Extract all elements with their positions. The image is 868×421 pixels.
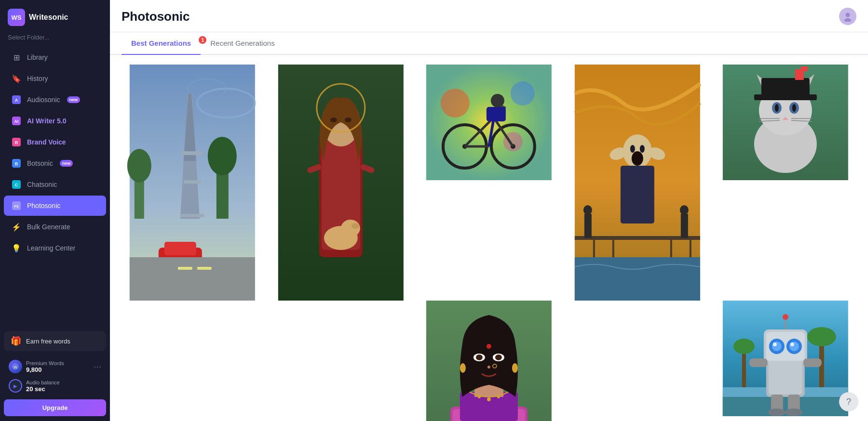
svg-rect-26: [184, 180, 201, 184]
sidebar-item-label: History: [27, 75, 48, 82]
new-badge: new: [60, 160, 73, 167]
svg-point-114: [512, 363, 518, 373]
svg-point-122: [733, 339, 755, 354]
svg-text:B: B: [15, 161, 18, 166]
gallery-item-woman[interactable]: [418, 301, 560, 421]
premium-words-info: W Premium Words 9,800 ⋯: [4, 356, 106, 377]
upgrade-button[interactable]: Upgrade: [4, 399, 106, 416]
sidebar-item-label: Brand Voice: [27, 138, 66, 146]
svg-point-131: [772, 342, 782, 351]
svg-rect-141: [749, 358, 768, 367]
sidebar-item-botsonic[interactable]: B Botsonic new: [4, 153, 106, 173]
photosonic-icon: PS: [12, 201, 21, 210]
svg-rect-142: [803, 358, 822, 367]
svg-point-115: [478, 395, 481, 398]
svg-point-68: [640, 145, 645, 153]
svg-rect-27: [180, 214, 204, 217]
svg-point-116: [487, 397, 491, 401]
svg-point-43: [351, 223, 359, 229]
gallery-item-jesus[interactable]: [270, 65, 412, 301]
top-bar: Photosonic: [110, 0, 868, 32]
sidebar-item-label: AI Writer 5.0: [27, 117, 66, 125]
svg-point-69: [632, 151, 643, 166]
svg-text:PS: PS: [14, 205, 19, 208]
top-right: [839, 8, 856, 32]
gallery-item-robot[interactable]: [715, 301, 856, 416]
tab-label: Recent Generations: [210, 39, 274, 47]
gallery: Taj Mahal in neon colours, cyberpunk Try…: [110, 55, 868, 421]
earn-free-words-label: Earn free words: [26, 338, 70, 345]
svg-rect-99: [801, 66, 808, 71]
gallery-item-cyclist[interactable]: [418, 65, 560, 180]
tabs-bar: Best Generations 1 Recent Generations: [110, 32, 868, 55]
svg-point-22: [127, 149, 151, 183]
select-folder[interactable]: Select Folder...: [0, 31, 110, 47]
premium-words-label: Premium Words: [26, 360, 90, 366]
user-avatar[interactable]: [839, 8, 856, 25]
sidebar-item-audiosonic[interactable]: A Audiosonic new: [4, 90, 106, 110]
svg-rect-34: [197, 267, 212, 270]
app-logo[interactable]: WS Writesonic: [0, 0, 110, 31]
premium-words-count: 9,800: [26, 366, 90, 373]
svg-rect-33: [178, 267, 192, 270]
svg-rect-80: [681, 214, 688, 238]
gift-icon: 🎁: [11, 336, 21, 346]
audiosonic-icon: A: [12, 95, 21, 105]
svg-point-110: [495, 355, 502, 360]
svg-rect-29: [164, 242, 196, 255]
svg-point-139: [768, 408, 786, 416]
svg-rect-78: [584, 214, 592, 238]
new-badge: new: [67, 96, 81, 103]
sidebar-item-label: Learning Center: [27, 244, 75, 252]
svg-point-134: [790, 342, 794, 346]
gallery-item-eiffel[interactable]: [122, 65, 263, 301]
premium-words-avatar: W: [9, 360, 22, 373]
svg-point-111: [488, 366, 490, 368]
svg-text:A: A: [15, 98, 18, 103]
svg-rect-66: [621, 166, 654, 224]
sidebar-item-photosonic[interactable]: PS Photosonic: [4, 196, 106, 216]
sidebar-item-history[interactable]: 🔖 History: [4, 68, 106, 89]
tab-label: Best Generations: [131, 39, 191, 47]
sidebar-item-label: Bulk Generate: [27, 223, 70, 231]
svg-point-48: [441, 89, 470, 118]
tab-best-generations[interactable]: Best Generations 1: [122, 32, 201, 54]
app-name: Writesonic: [29, 13, 68, 22]
svg-point-49: [511, 81, 535, 105]
svg-rect-97: [754, 94, 817, 100]
audio-balance-info: ▶ Audio balance 20 sec: [4, 377, 106, 396]
svg-rect-62: [487, 107, 506, 121]
gallery-item-scream[interactable]: [567, 65, 708, 301]
tab-recent-generations[interactable]: Recent Generations: [201, 32, 284, 54]
svg-point-133: [773, 342, 777, 346]
svg-point-40: [344, 118, 351, 122]
svg-point-113: [460, 363, 466, 373]
gallery-row-1: [122, 65, 856, 301]
sidebar-item-ai-writer[interactable]: AI AI Writer 5.0: [4, 111, 106, 131]
sidebar: WS Writesonic Select Folder... ⊞ Library…: [0, 0, 110, 421]
svg-rect-126: [769, 361, 802, 395]
svg-point-89: [775, 104, 779, 112]
sidebar-item-learning-center[interactable]: 💡 Learning Center: [4, 238, 106, 258]
audio-balance-label: Audio balance: [26, 380, 101, 385]
sidebar-item-label: Audiosonic: [27, 96, 60, 104]
sidebar-item-chatsonic[interactable]: C Chatsonic: [4, 174, 106, 195]
sidebar-item-bulk-generate[interactable]: ⚡ Bulk Generate: [4, 217, 106, 237]
more-options-icon[interactable]: ⋯: [94, 362, 101, 371]
sidebar-item-brand-voice[interactable]: B Brand Voice: [4, 132, 106, 152]
page-title: Photosonic: [122, 9, 190, 31]
svg-point-132: [789, 342, 799, 351]
bulk-generate-icon: ⚡: [12, 222, 21, 232]
svg-point-81: [680, 205, 689, 215]
learning-center-icon: 💡: [12, 243, 21, 253]
earn-free-words-button[interactable]: 🎁 Earn free words: [4, 331, 106, 351]
brand-voice-icon: B: [12, 137, 21, 147]
sidebar-item-library[interactable]: ⊞ Library: [4, 47, 106, 67]
ai-writer-icon: AI: [12, 116, 21, 126]
svg-rect-25: [182, 151, 203, 155]
audio-balance-details: Audio balance 20 sec: [26, 380, 101, 393]
gallery-item-cat[interactable]: [715, 65, 856, 180]
chatsonic-icon: C: [12, 180, 21, 189]
svg-text:W: W: [14, 365, 17, 369]
help-button[interactable]: ?: [839, 392, 858, 411]
